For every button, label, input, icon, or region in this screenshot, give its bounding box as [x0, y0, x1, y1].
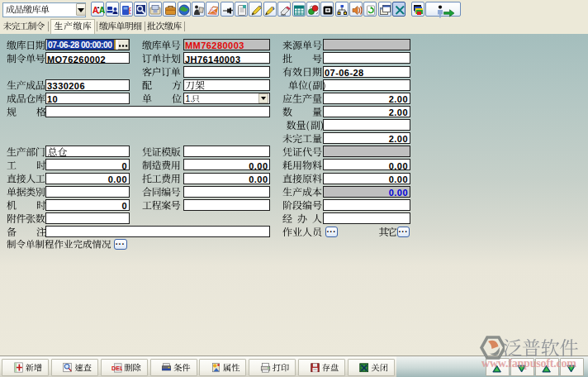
- svg-text:A: A: [99, 6, 105, 15]
- svg-text:i: i: [273, 5, 274, 12]
- svg-text:L: L: [129, 11, 131, 16]
- svg-text:A: A: [92, 6, 98, 15]
- svg-text:DEL: DEL: [111, 365, 122, 372]
